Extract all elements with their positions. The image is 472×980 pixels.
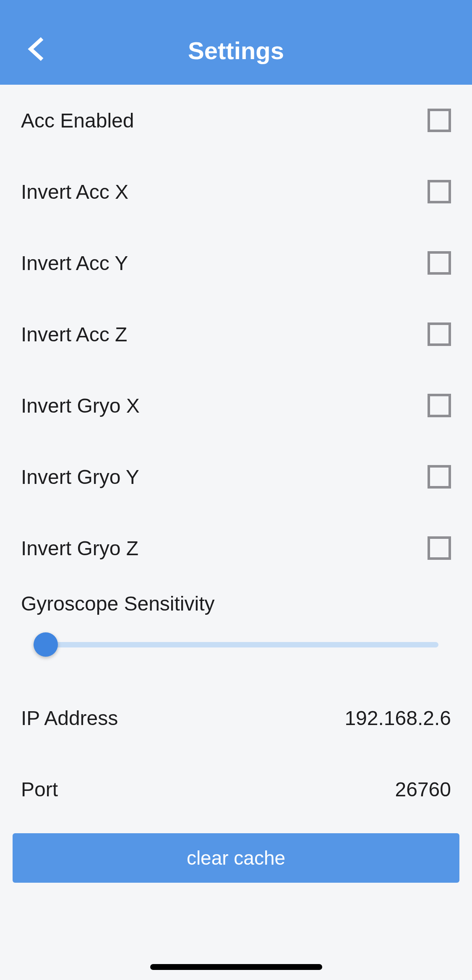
slider-label: Gyroscope Sensitivity	[21, 592, 451, 615]
slider-thumb[interactable]	[34, 632, 58, 657]
checkbox-invert-acc-x[interactable]	[428, 180, 451, 203]
gyroscope-sensitivity-slider[interactable]	[21, 632, 451, 657]
chevron-left-icon	[27, 36, 44, 62]
row-invert-gryo-y[interactable]: Invert Gryo Y	[0, 441, 472, 512]
home-indicator[interactable]	[150, 964, 322, 970]
row-invert-acc-z[interactable]: Invert Acc Z	[0, 299, 472, 370]
port-value: 26760	[395, 778, 451, 801]
row-label: Invert Gryo X	[21, 394, 140, 417]
checkbox-invert-gryo-y[interactable]	[428, 465, 451, 489]
row-label: Invert Acc X	[21, 180, 128, 203]
row-label: Invert Acc Y	[21, 252, 128, 275]
row-label: Invert Gryo Z	[21, 537, 138, 560]
row-invert-gryo-x[interactable]: Invert Gryo X	[0, 370, 472, 441]
back-button[interactable]	[23, 36, 48, 62]
slider-track	[34, 642, 438, 647]
row-invert-acc-y[interactable]: Invert Acc Y	[0, 227, 472, 299]
checkbox-invert-gryo-z[interactable]	[428, 536, 451, 560]
clear-cache-button[interactable]: clear cache	[13, 833, 459, 883]
row-acc-enabled[interactable]: Acc Enabled	[0, 85, 472, 156]
port-label: Port	[21, 778, 58, 801]
row-port[interactable]: Port 26760	[0, 754, 472, 825]
ip-address-label: IP Address	[21, 707, 118, 730]
checkbox-invert-acc-z[interactable]	[428, 322, 451, 346]
ip-address-value: 192.168.2.6	[344, 707, 451, 730]
row-invert-gryo-z[interactable]: Invert Gryo Z	[0, 512, 472, 584]
checkbox-acc-enabled[interactable]	[428, 109, 451, 132]
settings-list: Acc Enabled Invert Acc X Invert Acc Y In…	[0, 85, 472, 883]
row-label: Invert Acc Z	[21, 323, 127, 346]
row-ip-address[interactable]: IP Address 192.168.2.6	[0, 682, 472, 754]
row-invert-acc-x[interactable]: Invert Acc X	[0, 156, 472, 227]
row-label: Acc Enabled	[21, 109, 134, 132]
gyroscope-sensitivity-section: Gyroscope Sensitivity	[0, 584, 472, 682]
header: Settings	[0, 0, 472, 85]
checkbox-invert-acc-y[interactable]	[428, 251, 451, 275]
row-label: Invert Gryo Y	[21, 465, 139, 489]
page-title: Settings	[188, 36, 284, 65]
checkbox-invert-gryo-x[interactable]	[428, 394, 451, 417]
